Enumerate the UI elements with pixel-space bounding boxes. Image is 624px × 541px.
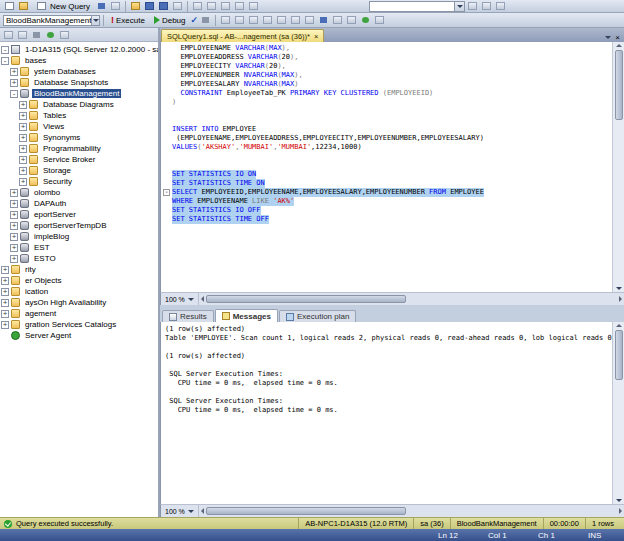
query-options-icon[interactable] bbox=[345, 14, 358, 26]
tree-item[interactable]: +Tables bbox=[0, 110, 158, 121]
tree-item[interactable]: +eportServerTempDB bbox=[0, 220, 158, 231]
expand-icon[interactable]: + bbox=[19, 134, 27, 142]
code-line-7[interactable]: ) bbox=[161, 98, 612, 107]
tab-sqlquery1[interactable]: SQLQuery1.sql - AB-...nagement (sa (36))… bbox=[161, 29, 324, 42]
code-line-13[interactable] bbox=[161, 152, 612, 161]
comment-icon[interactable] bbox=[261, 14, 274, 26]
tree-item[interactable]: +Synonyms bbox=[0, 132, 158, 143]
analysis-query-icon[interactable] bbox=[109, 0, 122, 12]
uncomment-icon[interactable] bbox=[275, 14, 288, 26]
expand-icon[interactable]: + bbox=[19, 123, 27, 131]
scroll-left-icon[interactable] bbox=[201, 296, 204, 302]
execute-button[interactable]: ! Execute bbox=[107, 14, 149, 26]
expand-icon[interactable]: + bbox=[19, 101, 27, 109]
tree-item[interactable]: +ystem Databases bbox=[0, 66, 158, 77]
scroll-right-icon[interactable] bbox=[619, 296, 622, 302]
scrollbar-thumb[interactable] bbox=[615, 330, 623, 380]
code-line-17[interactable]: -SELECT EMPLOYEEID,EMPLOYEENAME,EMPLOYEE… bbox=[161, 188, 612, 197]
expand-icon[interactable]: + bbox=[19, 178, 27, 186]
code-line-9[interactable] bbox=[161, 116, 612, 125]
results-to-text-icon[interactable] bbox=[219, 14, 232, 26]
close-icon[interactable]: × bbox=[314, 32, 318, 41]
expand-icon[interactable]: + bbox=[1, 299, 9, 307]
messages-horizontal-scrollbar[interactable] bbox=[199, 505, 624, 517]
scroll-right-icon[interactable] bbox=[619, 508, 622, 514]
messages-vertical-scrollbar[interactable] bbox=[612, 322, 624, 504]
debug-button[interactable]: Debug bbox=[150, 14, 190, 26]
tree-item[interactable]: +Database Snapshots bbox=[0, 77, 158, 88]
chevron-down-icon[interactable] bbox=[454, 2, 464, 11]
expand-icon[interactable]: + bbox=[19, 145, 27, 153]
results-to-file-icon[interactable] bbox=[247, 14, 260, 26]
filter-icon[interactable] bbox=[58, 29, 71, 41]
copy-icon[interactable] bbox=[205, 0, 218, 12]
expand-icon[interactable]: + bbox=[1, 310, 9, 318]
outdent-icon[interactable] bbox=[303, 14, 316, 26]
code-line-20[interactable]: SET STATISTICS TIME OFF bbox=[161, 215, 612, 224]
navigate-forward-icon[interactable] bbox=[494, 0, 507, 12]
expand-icon[interactable]: + bbox=[10, 68, 18, 76]
code-line-3[interactable]: EMPLOYEECITY VARCHAR(20), bbox=[161, 62, 612, 71]
code-line-12[interactable]: VALUES('AKSHAY','MUMBAI','MUMBAI',12234,… bbox=[161, 143, 612, 152]
expand-icon[interactable]: + bbox=[1, 288, 9, 296]
expand-icon[interactable]: + bbox=[1, 321, 9, 329]
tree-item[interactable]: +rity bbox=[0, 264, 158, 275]
tree-item[interactable]: -1-D1A315 (SQL Server 12.0.2000 - sa) bbox=[0, 44, 158, 55]
code-line-4[interactable]: EMPLOYEENUMBER NVARCHAR(MAX), bbox=[161, 71, 612, 80]
estimated-plan-icon[interactable] bbox=[317, 14, 330, 26]
chevron-down-icon[interactable] bbox=[91, 16, 99, 25]
expand-icon[interactable]: + bbox=[19, 156, 27, 164]
expand-icon[interactable]: + bbox=[1, 266, 9, 274]
expand-icon[interactable]: + bbox=[1, 277, 9, 285]
code-line-10[interactable]: INSERT INTO EMPLOYEE bbox=[161, 125, 612, 134]
expand-icon[interactable]: + bbox=[10, 79, 18, 87]
find-icon[interactable] bbox=[466, 0, 479, 12]
tree-item[interactable]: +olombo bbox=[0, 187, 158, 198]
code-line-15[interactable]: SET STATISTICS IO ON bbox=[161, 170, 612, 179]
disconnect-icon[interactable] bbox=[16, 29, 29, 41]
expand-icon[interactable]: + bbox=[19, 167, 27, 175]
code-line-16[interactable]: SET STATISTICS TIME ON bbox=[161, 179, 612, 188]
tree-item[interactable]: +Security bbox=[0, 176, 158, 187]
tree-item[interactable]: +Views bbox=[0, 121, 158, 132]
scroll-up-icon[interactable] bbox=[616, 44, 622, 47]
expand-icon[interactable]: + bbox=[10, 233, 18, 241]
stop-icon[interactable] bbox=[30, 29, 43, 41]
code-line-14[interactable] bbox=[161, 161, 612, 170]
scroll-down-icon[interactable] bbox=[616, 499, 622, 502]
undo-icon[interactable] bbox=[233, 0, 246, 12]
scrollbar-thumb[interactable] bbox=[615, 50, 623, 120]
code-line-18[interactable]: WHERE EMPLOYEENAME LIKE 'AK%' bbox=[161, 197, 612, 206]
collapse-icon[interactable]: - bbox=[1, 46, 9, 54]
expand-icon[interactable]: + bbox=[10, 222, 18, 230]
code-line-11[interactable]: (EMPLOYEENAME,EMPLOYEEADDRESS,EMPLOYEECI… bbox=[161, 134, 612, 143]
save-all-icon[interactable] bbox=[157, 0, 170, 12]
scroll-up-icon[interactable] bbox=[616, 324, 622, 327]
print-icon[interactable] bbox=[171, 0, 184, 12]
close-window-icon[interactable]: × bbox=[615, 33, 620, 42]
connect-icon[interactable] bbox=[2, 29, 15, 41]
code-line-6[interactable]: CONSTRAINT EmployeeTab_PK PRIMARY KEY CL… bbox=[161, 89, 612, 98]
tree-item[interactable]: +er Objects bbox=[0, 275, 158, 286]
tab-execution-plan[interactable]: Execution plan bbox=[279, 310, 356, 322]
tree-item[interactable]: +aysOn High Availability bbox=[0, 297, 158, 308]
cancel-query-icon[interactable] bbox=[199, 14, 212, 26]
redo-icon[interactable] bbox=[247, 0, 260, 12]
results-to-grid-icon[interactable] bbox=[233, 14, 246, 26]
scrollbar-thumb[interactable] bbox=[206, 295, 406, 303]
expand-icon[interactable]: + bbox=[10, 211, 18, 219]
toolbar-combobox[interactable] bbox=[369, 1, 465, 12]
specify-template-icon[interactable] bbox=[373, 14, 386, 26]
database-engine-query-icon[interactable] bbox=[95, 0, 108, 12]
tree-item[interactable]: +ESTO bbox=[0, 253, 158, 264]
tree-item[interactable]: +EST bbox=[0, 242, 158, 253]
tree-item[interactable]: -BloodBankManagement bbox=[0, 88, 158, 99]
save-icon[interactable] bbox=[143, 0, 156, 12]
new-query-button[interactable]: New Query bbox=[31, 0, 94, 12]
scrollbar-thumb[interactable] bbox=[206, 507, 406, 515]
code-line-19[interactable]: SET STATISTICS IO OFF bbox=[161, 206, 612, 215]
parse-icon[interactable]: ✓ bbox=[190, 16, 198, 25]
messages-text[interactable]: (1 row(s) affected)Table 'EMPLOYEE'. Sca… bbox=[161, 322, 612, 504]
actual-plan-icon[interactable] bbox=[331, 14, 344, 26]
tree-item[interactable]: +impleBlog bbox=[0, 231, 158, 242]
